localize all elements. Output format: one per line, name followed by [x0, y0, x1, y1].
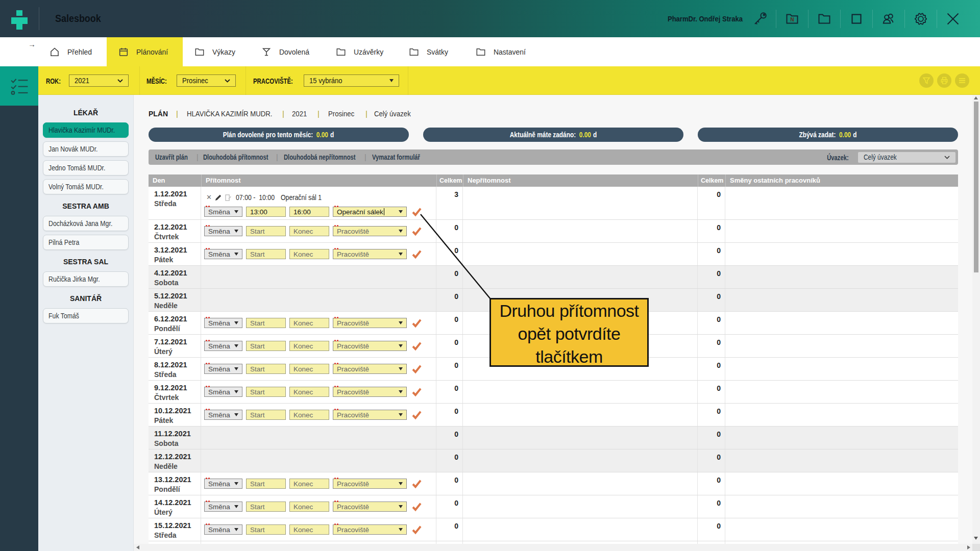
month-select[interactable]: Prosinec — [177, 74, 236, 87]
workplace-form-select[interactable]: Pracoviště — [333, 341, 407, 351]
staff-item[interactable]: Volný Tomáš MUDr. — [43, 179, 129, 194]
start-time-input[interactable]: Start — [246, 341, 286, 351]
confirm-check-button[interactable] — [411, 525, 422, 535]
uvazek-select[interactable]: Celý úvazek — [858, 152, 955, 163]
confirm-check-button[interactable] — [411, 341, 422, 351]
start-time-input[interactable]: Start — [246, 226, 286, 236]
end-time-input[interactable]: Konec — [289, 479, 329, 489]
staff-item[interactable]: Hlavička Kazimír MUDr. — [43, 122, 129, 138]
tab-prehled[interactable]: Přehled — [41, 37, 103, 66]
workplace-form-select[interactable]: Pracoviště — [333, 524, 407, 535]
start-time-input[interactable]: Start — [246, 364, 286, 374]
expand-sidebar-icon[interactable]: → — [28, 40, 36, 48]
workplace-form-select[interactable]: Pracoviště — [333, 318, 407, 328]
tab-vykazy[interactable]: Výkazy — [184, 37, 248, 66]
end-time-input[interactable]: Konec — [289, 410, 329, 420]
breadcrumb-item[interactable]: Celý úvazek — [374, 109, 411, 118]
folder-icon[interactable] — [817, 11, 832, 27]
breadcrumb-item[interactable]: HLAVIČKA KAZIMÍR MUDR. — [187, 109, 272, 118]
year-select[interactable]: 2021 — [69, 74, 129, 87]
app-logo[interactable] — [0, 0, 39, 37]
workplace-form-select[interactable]: Pracoviště — [333, 410, 407, 420]
confirm-check-button[interactable] — [411, 207, 422, 217]
start-time-input[interactable]: Start — [246, 524, 286, 535]
shift-type-select[interactable]: Směna — [204, 341, 242, 351]
scroll-left-arrow-icon[interactable] — [136, 545, 139, 549]
horizontal-scrollbar[interactable] — [134, 544, 972, 551]
start-time-input[interactable]: Start — [246, 387, 286, 397]
sidebar-toggle-button[interactable] — [0, 66, 38, 106]
end-time-input[interactable]: Konec — [289, 249, 329, 259]
shift-type-select[interactable]: Směna — [204, 524, 242, 535]
scroll-down-arrow-icon[interactable] — [974, 537, 978, 540]
shift-type-select[interactable]: Směna — [204, 502, 242, 512]
tab-uzaverky[interactable]: Uzávěrky — [325, 37, 397, 66]
workplace-form-select[interactable]: Pracoviště — [333, 479, 407, 489]
print-button[interactable] — [937, 73, 951, 88]
tab-svatky[interactable]: Svátky — [398, 37, 461, 66]
end-time-input[interactable]: Konec — [289, 364, 329, 374]
toolbar-action[interactable]: Vymazat formulář — [372, 149, 420, 165]
confirm-check-button[interactable] — [411, 502, 422, 512]
confirm-check-button[interactable] — [411, 387, 422, 397]
shift-type-select[interactable]: Směna — [204, 318, 242, 328]
toolbar-action[interactable]: Uzavřít plán — [155, 149, 188, 165]
workplace-form-select[interactable]: Pracoviště — [333, 502, 407, 512]
breadcrumb-item[interactable]: Prosinec — [328, 109, 354, 118]
shift-type-select[interactable]: Směna — [204, 387, 242, 397]
vertical-scrollbar-thumb[interactable] — [974, 102, 978, 272]
menu-button[interactable] — [955, 73, 969, 88]
toolbar-action[interactable]: Dlouhodobá přítomnost — [203, 149, 268, 165]
start-time-input[interactable]: Start — [246, 479, 286, 489]
tab-planovani[interactable]: Plánování — [107, 37, 183, 66]
start-time-input[interactable]: 13:00 — [246, 207, 286, 217]
confirm-check-button[interactable] — [411, 249, 422, 259]
copy-entry-icon[interactable] — [224, 194, 232, 202]
tab-nastaveni[interactable]: Nastavení — [465, 37, 540, 66]
shift-type-select[interactable]: Směna — [204, 207, 242, 217]
users-icon[interactable] — [881, 11, 896, 27]
workplace-form-select[interactable]: Operační sálek — [333, 207, 407, 217]
shift-type-select[interactable]: Směna — [204, 364, 242, 374]
key-icon[interactable] — [752, 11, 768, 27]
start-time-input[interactable]: Start — [246, 410, 286, 420]
end-time-input[interactable]: Konec — [289, 318, 329, 328]
toolbar-action[interactable]: Dlouhodobá nepřítomnost — [284, 149, 356, 165]
start-time-input[interactable]: Start — [246, 318, 286, 328]
confirm-check-button[interactable] — [411, 364, 422, 374]
scroll-right-arrow-icon[interactable] — [967, 545, 970, 549]
workplace-form-select[interactable]: Pracoviště — [333, 226, 407, 236]
shift-type-select[interactable]: Směna — [204, 226, 242, 236]
settings-icon[interactable] — [913, 11, 928, 27]
workplace-form-select[interactable]: Pracoviště — [333, 364, 407, 374]
start-time-input[interactable]: Start — [246, 502, 286, 512]
staff-item[interactable]: Fuk Tomáš — [43, 308, 129, 323]
edit-entry-icon[interactable] — [215, 194, 222, 201]
staff-item[interactable]: Docházková Jana Mgr. — [43, 216, 129, 231]
end-time-input[interactable]: Konec — [289, 341, 329, 351]
close-icon[interactable] — [945, 11, 961, 27]
shift-type-select[interactable]: Směna — [204, 249, 242, 259]
confirm-check-button[interactable] — [411, 318, 422, 328]
staff-item[interactable]: Pilná Petra — [43, 235, 129, 250]
confirm-check-button[interactable] — [411, 227, 422, 236]
confirm-check-button[interactable] — [411, 410, 422, 420]
user-name[interactable]: PharmDr. Ondřej Straka — [668, 14, 743, 23]
confirm-check-button[interactable] — [411, 479, 422, 489]
end-time-input[interactable]: Konec — [289, 502, 329, 512]
workplace-form-select[interactable]: Pracoviště — [333, 387, 407, 397]
workplace-select[interactable]: 15 vybráno — [304, 74, 399, 87]
start-time-input[interactable]: Start — [246, 249, 286, 259]
end-time-input[interactable]: Konec — [289, 387, 329, 397]
folder-n-icon[interactable]: N — [785, 11, 800, 27]
staff-item[interactable]: Ručička Jirka Mgr. — [43, 271, 129, 287]
delete-entry-icon[interactable]: ✕ — [206, 192, 212, 203]
end-time-input[interactable]: Konec — [289, 226, 329, 236]
tab-dovolena[interactable]: Dovolená — [251, 37, 323, 66]
shift-type-select[interactable]: Směna — [204, 410, 242, 420]
breadcrumb-item[interactable]: 2021 — [292, 109, 307, 118]
end-time-input[interactable]: Konec — [289, 524, 329, 535]
end-time-input[interactable]: 16:00 — [289, 207, 329, 217]
staff-item[interactable]: Jedno Tomáš MUDr. — [43, 160, 129, 176]
maximize-icon[interactable] — [849, 11, 864, 27]
